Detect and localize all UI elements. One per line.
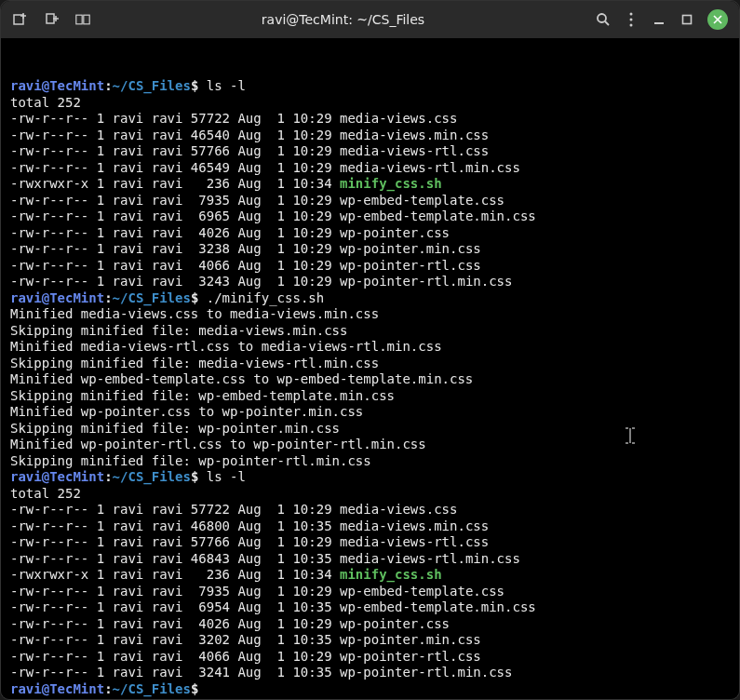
svg-point-11 xyxy=(630,19,633,21)
prompt-line: ravi@TecMint:~/CS_Files$ xyxy=(10,681,730,698)
svg-rect-7 xyxy=(84,15,89,24)
ls-row: -rw-r--r-- 1 ravi ravi 57722 Aug 1 10:29… xyxy=(10,111,730,128)
script-output-line: Skipping minified file: wp-pointer-rtl.m… xyxy=(10,453,730,470)
svg-point-10 xyxy=(630,13,633,16)
ls-row: -rwxrwxr-x 1 ravi ravi 236 Aug 1 10:34 m… xyxy=(10,176,730,193)
script-output-line: Minified media-views-rtl.css to media-vi… xyxy=(10,339,730,356)
new-window-button[interactable] xyxy=(44,12,59,27)
window-title: ravi@TecMint: ~/CS_Files xyxy=(90,12,596,27)
ls-row: -rw-r--r-- 1 ravi ravi 3243 Aug 1 10:29 … xyxy=(10,274,730,290)
script-output-line: Skipping minified file: wp-embed-templat… xyxy=(10,388,730,405)
ls-row: -rw-r--r-- 1 ravi ravi 6954 Aug 1 10:35 … xyxy=(10,599,730,616)
total-line: total 252 xyxy=(10,486,730,503)
script-output-line: Minified wp-embed-template.css to wp-emb… xyxy=(10,371,730,388)
ls-row: -rw-r--r-- 1 ravi ravi 3202 Aug 1 10:35 … xyxy=(10,632,730,649)
titlebar-right-icons xyxy=(596,9,728,30)
ls-row: -rw-r--r-- 1 ravi ravi 46843 Aug 1 10:35… xyxy=(10,551,730,568)
script-output-line: Skipping minified file: media-views.min.… xyxy=(10,323,730,340)
prompt-line: ravi@TecMint:~/CS_Files$ ls -l xyxy=(10,78,730,95)
new-tab-button[interactable] xyxy=(12,12,27,27)
script-output-line: Skipping minified file: media-views-rtl.… xyxy=(10,356,730,372)
titlebar: ravi@TecMint: ~/CS_Files xyxy=(1,1,739,38)
ls-row: -rw-r--r-- 1 ravi ravi 4066 Aug 1 10:29 … xyxy=(10,258,730,275)
ls-row: -rw-r--r-- 1 ravi ravi 46540 Aug 1 10:29… xyxy=(10,128,730,144)
search-button[interactable] xyxy=(596,12,611,27)
split-button[interactable] xyxy=(75,12,90,27)
terminal-output[interactable]: ravi@TecMint:~/CS_Files$ ls -ltotal 252-… xyxy=(1,38,739,699)
minimize-button[interactable] xyxy=(652,12,666,27)
ls-row: -rw-r--r-- 1 ravi ravi 46549 Aug 1 10:29… xyxy=(10,160,730,177)
svg-rect-6 xyxy=(76,15,82,24)
menu-button[interactable] xyxy=(624,12,639,27)
total-line: total 252 xyxy=(10,95,730,112)
script-output-line: Skipping minified file: wp-pointer.min.c… xyxy=(10,421,730,438)
script-output-line: Minified media-views.css to media-views.… xyxy=(10,306,730,323)
svg-point-8 xyxy=(598,14,606,22)
script-output-line: Minified wp-pointer-rtl.css to wp-pointe… xyxy=(10,437,730,453)
ls-row: -rw-r--r-- 1 ravi ravi 3241 Aug 1 10:35 … xyxy=(10,665,730,681)
ls-row: -rw-r--r-- 1 ravi ravi 57766 Aug 1 10:29… xyxy=(10,143,730,160)
ls-row: -rwxrwxr-x 1 ravi ravi 236 Aug 1 10:34 m… xyxy=(10,567,730,584)
ls-row: -rw-r--r-- 1 ravi ravi 6965 Aug 1 10:29 … xyxy=(10,209,730,225)
close-button[interactable] xyxy=(707,9,728,30)
svg-line-9 xyxy=(605,21,609,25)
svg-rect-14 xyxy=(683,16,692,24)
ls-row: -rw-r--r-- 1 ravi ravi 7935 Aug 1 10:29 … xyxy=(10,193,730,209)
svg-point-12 xyxy=(630,24,633,27)
svg-rect-3 xyxy=(47,14,54,23)
ls-row: -rw-r--r-- 1 ravi ravi 4066 Aug 1 10:29 … xyxy=(10,649,730,666)
ls-row: -rw-r--r-- 1 ravi ravi 4026 Aug 1 10:29 … xyxy=(10,225,730,242)
prompt-line: ravi@TecMint:~/CS_Files$ ./minify_css.sh xyxy=(10,290,730,307)
ls-row: -rw-r--r-- 1 ravi ravi 57722 Aug 1 10:29… xyxy=(10,502,730,518)
prompt-line: ravi@TecMint:~/CS_Files$ ls -l xyxy=(10,469,730,486)
ls-row: -rw-r--r-- 1 ravi ravi 7935 Aug 1 10:29 … xyxy=(10,584,730,600)
titlebar-left-icons xyxy=(12,12,90,27)
maximize-button[interactable] xyxy=(679,12,694,27)
ls-row: -rw-r--r-- 1 ravi ravi 57766 Aug 1 10:29… xyxy=(10,534,730,551)
ls-row: -rw-r--r-- 1 ravi ravi 3238 Aug 1 10:29 … xyxy=(10,241,730,258)
script-output-line: Minified wp-pointer.css to wp-pointer.mi… xyxy=(10,404,730,421)
ls-row: -rw-r--r-- 1 ravi ravi 46800 Aug 1 10:35… xyxy=(10,518,730,535)
ls-row: -rw-r--r-- 1 ravi ravi 4026 Aug 1 10:29 … xyxy=(10,616,730,633)
